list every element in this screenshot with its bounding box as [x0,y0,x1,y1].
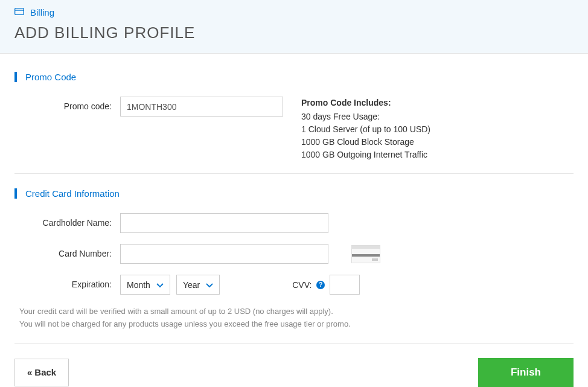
cardholder-input[interactable] [120,213,328,233]
month-select[interactable]: Month [120,275,170,295]
chevron-down-icon [156,280,164,290]
note-line: Your credit card will be verified with a… [19,305,574,318]
breadcrumb-label: Billing [30,7,54,18]
chevron-left-icon: « [27,367,32,377]
cardnumber-row: Card Number: [14,244,574,264]
year-select[interactable]: Year [176,275,220,295]
card-section-header: Credit Card Information [14,188,574,199]
cardnumber-input[interactable] [120,244,328,264]
promo-info: Promo Code Includes: 30 days Free Usage:… [301,97,430,161]
promo-section-header: Promo Code [14,72,574,82]
month-select-value: Month [127,280,150,290]
promo-info-title: Promo Code Includes: [301,97,430,109]
card-icon [14,7,24,18]
promo-info-line: 30 days Free Usage: [301,110,430,123]
promo-label: Promo code: [14,97,120,111]
finish-button-label: Finish [511,366,541,378]
cvv-label: CVV: [292,280,312,290]
section-divider [14,343,574,344]
expiration-label: Expiration: [14,275,120,289]
expiration-row: Expiration: Month Year CVV: ? [14,275,574,295]
cvv-input[interactable] [330,275,360,295]
cvv-group: CVV: ? [292,275,360,295]
section-divider [14,173,574,174]
back-button-label: Back [34,367,56,377]
promo-section: Promo Code Promo code: Promo Code Includ… [14,72,574,161]
promo-info-line: 1000 GB Outgoing Internet Traffic [301,149,430,161]
svg-rect-0 [15,8,24,15]
promo-info-line: 1000 GB Cloud Block Storage [301,136,430,149]
promo-row: Promo code: Promo Code Includes: 30 days… [14,97,574,161]
promo-info-line: 1 Cloud Server (of up to 100 USD) [301,123,430,136]
promo-section-title: Promo Code [25,72,76,82]
card-section-title: Credit Card Information [25,188,120,199]
page-title: ADD BILLING PROFILE [14,24,574,42]
help-icon[interactable]: ? [316,281,325,289]
note-line: You will not be charged for any products… [19,318,574,331]
cardholder-label: Cardholder Name: [14,213,120,228]
page-header: Billing ADD BILLING PROFILE [0,0,588,54]
card-section: Credit Card Information Cardholder Name:… [14,188,574,331]
back-button[interactable]: « Back [14,359,69,386]
finish-button[interactable]: Finish [478,358,574,387]
year-select-value: Year [183,280,200,290]
breadcrumb[interactable]: Billing [14,7,574,18]
cardnumber-label: Card Number: [14,244,120,258]
card-preview-icon [351,245,380,263]
cardholder-row: Cardholder Name: [14,213,574,233]
chevron-down-icon [206,280,213,290]
content-area: Promo Code Promo code: Promo Code Includ… [0,54,588,387]
actions-row: « Back Finish [14,358,574,387]
verification-note: Your credit card will be verified with a… [19,305,574,331]
promo-input[interactable] [120,97,283,117]
